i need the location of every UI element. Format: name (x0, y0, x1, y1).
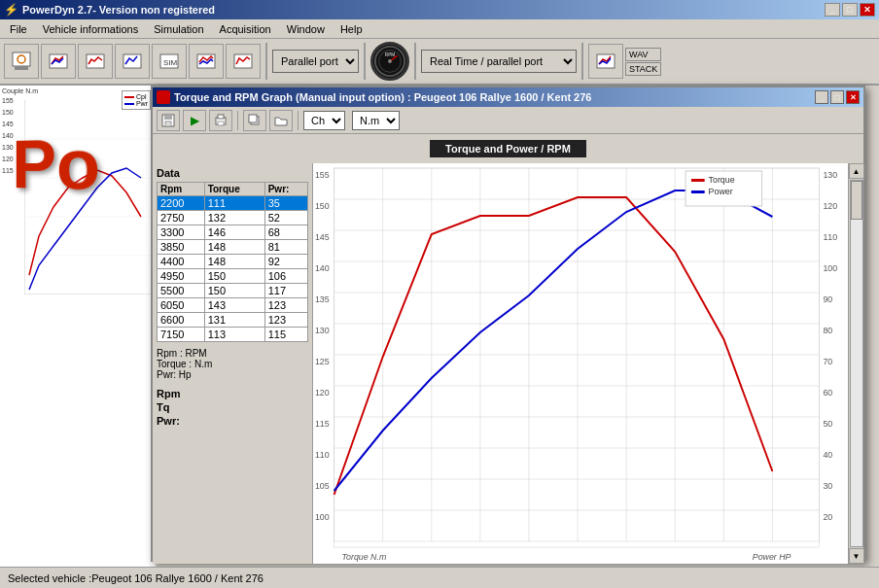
menu-bar: File Vehicle informations Simulation Acq… (0, 19, 879, 39)
table-row[interactable]: 220011135 (158, 196, 308, 211)
svg-text:60: 60 (823, 388, 832, 398)
status-text: Selected vehicle :Peugeot 106 Rallye 160… (8, 572, 264, 584)
wav-stack: WAV STACK (625, 48, 661, 76)
svg-rect-26 (218, 115, 224, 119)
svg-text:135: 135 (315, 294, 330, 304)
toolbar-separator-4 (581, 43, 583, 80)
minimize-button[interactable]: _ (825, 3, 840, 17)
table-row[interactable]: 440014892 (158, 255, 308, 269)
col-rpm: Rpm (158, 183, 205, 196)
toolbar-separator-1 (265, 43, 267, 80)
svg-text:125: 125 (315, 357, 330, 366)
toolbar-btn-5[interactable]: SIM (152, 44, 187, 79)
table-row[interactable]: 6600131123 (158, 313, 308, 328)
data-current: Rpm Tq Pwr: (157, 388, 308, 427)
channel-select[interactable]: Ch (303, 111, 345, 130)
svg-rect-29 (249, 115, 257, 122)
toolbar-btn-7[interactable] (226, 44, 261, 79)
menu-simulation[interactable]: Simulation (148, 21, 209, 37)
col-pwr: Pwr: (264, 183, 307, 196)
svg-rect-83 (691, 179, 705, 182)
status-bar: Selected vehicle :Peugeot 106 Rallye 160… (0, 567, 879, 588)
torque-copy-btn[interactable] (243, 110, 266, 131)
table-row[interactable]: 6050143123 (158, 298, 308, 313)
menu-vehicle[interactable]: Vehicle informations (37, 21, 144, 37)
svg-text:130: 130 (823, 170, 837, 180)
scroll-up-btn[interactable]: ▲ (849, 163, 864, 179)
stack-button[interactable]: STACK (625, 62, 661, 76)
table-row[interactable]: 385014881 (158, 240, 308, 255)
table-row[interactable]: 4950150106 (158, 269, 308, 284)
current-rpm: Rpm (157, 388, 308, 399)
svg-text:Torque: Torque (709, 175, 735, 185)
svg-text:90: 90 (823, 294, 832, 304)
title-bar-buttons: _ □ ✕ (825, 3, 875, 17)
scroll-track[interactable] (850, 180, 863, 547)
app-title-bar: ⚡ PowerDyn 2.7- Version non registered _… (0, 0, 879, 19)
torque-save-btn[interactable] (157, 110, 180, 131)
menu-acquisition[interactable]: Acquisition (214, 21, 277, 37)
torque-play-btn[interactable]: ▶ (183, 110, 206, 131)
table-row[interactable]: 5500150117 (158, 284, 308, 298)
table-row[interactable]: 330014668 (158, 225, 308, 240)
menu-window[interactable]: Window (281, 21, 331, 37)
torque-minimize[interactable]: _ (815, 90, 828, 104)
svg-text:50: 50 (823, 419, 832, 429)
data-units: Rpm : RPM Torque : N.m Pwr: Hp (157, 348, 308, 380)
torque-sep-1 (237, 111, 238, 130)
svg-rect-0 (13, 52, 30, 66)
wav-button[interactable]: WAV (625, 48, 661, 61)
main-chart-svg: 155 150 145 140 135 130 125 120 115 110 … (313, 163, 848, 564)
svg-text:70: 70 (823, 357, 832, 366)
torque-print-btn[interactable] (209, 110, 232, 131)
svg-text:115: 115 (315, 419, 330, 429)
svg-rect-85 (691, 190, 705, 193)
toolbar-btn-2[interactable] (41, 44, 76, 79)
app-title: PowerDyn 2.7- Version non registered (22, 4, 215, 16)
table-row[interactable]: 275013252 (158, 211, 308, 225)
col-torque: Torque (204, 183, 264, 196)
menu-help[interactable]: Help (334, 21, 369, 37)
current-tq: Tq (157, 401, 308, 413)
port-select[interactable]: Parallel port (272, 50, 359, 73)
scroll-thumb[interactable] (851, 181, 862, 220)
toolbar-btn-4[interactable] (115, 44, 150, 79)
realtime-select[interactable]: Real Time / parallel port (421, 50, 577, 73)
menu-file[interactable]: File (4, 21, 33, 37)
left-axis-label: Couple N.m (2, 87, 38, 94)
torque-toolbar: ▶ Ch N.m (153, 107, 863, 134)
chart-area: Data Rpm Torque Pwr: 2200111352750132523… (153, 163, 863, 564)
svg-text:Power: Power (709, 187, 733, 196)
torque-close[interactable]: ✕ (846, 90, 860, 104)
svg-text:80: 80 (823, 326, 832, 335)
svg-text:Torque N.m: Torque N.m (341, 552, 386, 562)
big-po-text: Po (12, 122, 100, 205)
svg-point-14 (388, 59, 392, 63)
toolbar-btn-6[interactable] (189, 44, 224, 79)
toolbar-btn-1[interactable] (4, 44, 39, 79)
svg-text:130: 130 (315, 326, 330, 335)
graph-icon-btn[interactable] (588, 44, 623, 79)
data-title: Data (157, 167, 308, 179)
svg-rect-24 (165, 121, 171, 126)
torque-open-btn[interactable] (269, 110, 293, 131)
toolbar-btn-3[interactable] (78, 44, 113, 79)
svg-text:140: 140 (315, 263, 330, 273)
chart-svg-container: 155 150 145 140 135 130 125 120 115 110 … (313, 163, 848, 564)
torque-window-title: Torque and RPM Graph (Manual input optio… (174, 91, 591, 103)
main-area: Couple N.m 155150145140130120115 1500200… (0, 86, 879, 586)
scroll-down-btn[interactable]: ▼ (849, 548, 864, 564)
current-pwr: Pwr: (157, 415, 308, 427)
tachometer-icon: RPM (370, 42, 409, 81)
svg-text:120: 120 (823, 201, 837, 211)
maximize-button[interactable]: □ (842, 3, 858, 17)
svg-rect-23 (164, 115, 172, 120)
close-button[interactable]: ✕ (860, 3, 875, 17)
scrollbar: ▲ ▼ (848, 163, 863, 564)
torque-maximize[interactable]: □ (830, 90, 844, 104)
unit-select[interactable]: N.m (352, 111, 400, 130)
toolbar: SIM Parallel port RPM (0, 39, 879, 86)
table-row[interactable]: 7150113115 (158, 328, 308, 342)
svg-text:20: 20 (823, 512, 832, 522)
svg-text:120: 120 (315, 388, 330, 398)
